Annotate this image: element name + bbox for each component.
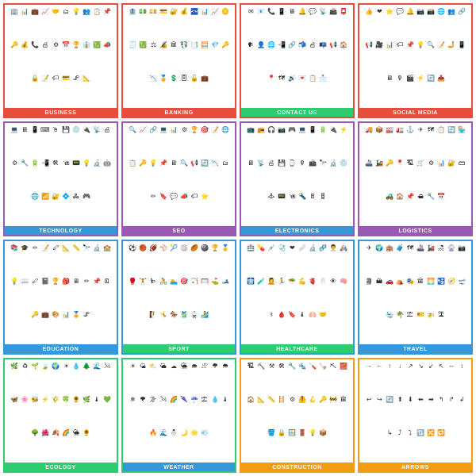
- icon-symbol: 🌿: [10, 362, 19, 371]
- icon-symbol: 🔭: [318, 159, 328, 168]
- icon-symbol: 🖨: [308, 40, 317, 50]
- icon-symbol: 📊: [200, 7, 209, 17]
- icon-symbol: 🗂: [221, 159, 230, 168]
- icon-symbol: 💬: [308, 7, 317, 17]
- icon-symbol: ❤: [374, 7, 384, 17]
- icon-symbol: ⛱: [405, 310, 415, 320]
- icon-symbol: 🖊: [51, 244, 60, 253]
- label-healthcare: HEALTHCARE: [241, 344, 353, 353]
- icon-symbol: 🌺: [40, 428, 50, 438]
- icons-area-electronics: 📺📻🎧📷🎮💻📱🔋🔌⚡🖥📡🖨💾⌚🎙📠🔭🔬💿🕹📟🖲🔦🎚🎛: [241, 123, 353, 226]
- icon-symbol: 📐: [256, 395, 266, 405]
- icon-symbol: 📊: [61, 310, 71, 320]
- icon-symbol: 🌊: [92, 362, 102, 371]
- icons-area-education: 📚🎓✏📝🖊📐📏🔭🔬🏫💡📖🖊📓🏆🎒🖥✏📌🗓🔑💼🎨📊🏅🖇: [5, 241, 117, 344]
- icon-symbol: 🩹: [298, 244, 307, 253]
- icon-symbol: ✏: [30, 244, 40, 253]
- icon-symbol: 🎱: [200, 244, 209, 253]
- icon-symbol: 💠: [61, 192, 71, 202]
- icon-symbol: 📍: [267, 74, 276, 83]
- icon-symbol: 📝: [210, 125, 220, 135]
- icon-symbol: ⛅: [148, 362, 158, 371]
- icon-symbol: 📱: [277, 7, 286, 17]
- label-social: SOCIAL MEDIA: [359, 108, 471, 117]
- icon-symbol: 🚧: [328, 395, 338, 405]
- icon-symbol: 📭: [318, 40, 328, 50]
- icon-symbol: 🌈: [169, 395, 178, 405]
- icon-symbol: 🌪: [138, 395, 148, 405]
- icon-symbol: 📋: [308, 74, 317, 83]
- icon-symbol: 📮: [339, 7, 348, 17]
- icon-symbol: ❤: [287, 244, 297, 253]
- icon-symbol: 🏛: [416, 277, 425, 286]
- icon-symbol: 🔦: [298, 192, 307, 202]
- icons-area-travel: ✈🌍🏨🧳🗺🚢🚂🏖🎡📷🗿🏔🚗⛺🎭🏛🌅🛂🧭🛫🛬🌴⛱🎫🚁🏝: [359, 241, 471, 344]
- icon-symbol: ⛳: [210, 277, 220, 286]
- icon-symbol: 🏨: [385, 244, 394, 253]
- icon-symbol: 💳: [61, 74, 71, 83]
- icons-area-healthcare: 🏥💊💉🩺❤🩹🔬🧬👨‍⚕🚑🩻🧪💆🏃🥗💪🫀🦷👁🧠⚕🩸🔖🌡🫁🤝: [241, 241, 353, 344]
- icon-symbol: 📊: [20, 7, 29, 17]
- icon-symbol: 💡: [308, 428, 317, 438]
- icon-symbol: 🖨: [40, 40, 50, 50]
- icon-symbol: 🌬: [102, 362, 112, 371]
- icon-symbol: 📢: [364, 40, 374, 50]
- icon-symbol: 🦺: [298, 395, 307, 405]
- icon-symbol: 🌲: [82, 362, 91, 371]
- icon-symbol: ☀: [128, 362, 137, 371]
- icon-symbol: 🏠: [246, 395, 255, 405]
- icon-symbol: 💹: [138, 40, 148, 50]
- icon-symbol: ↖: [436, 362, 446, 371]
- icon-symbol: 🔬: [92, 244, 102, 253]
- icon-symbol: ⚖: [148, 40, 158, 50]
- icon-symbol: 📞: [267, 7, 276, 17]
- icon-symbol: 🌐: [221, 125, 230, 135]
- icon-symbol: 🌍: [51, 362, 60, 371]
- icon-symbol: 💻: [159, 125, 168, 135]
- icon-symbol: 🔧: [426, 192, 436, 202]
- icon-symbol: 🤝: [51, 7, 60, 17]
- icon-symbol: ⌚: [287, 159, 297, 168]
- icon-symbol: 📈: [138, 125, 148, 135]
- icon-symbol: 🔩: [298, 362, 307, 371]
- label-banking: BANKING: [123, 108, 235, 117]
- icon-symbol: 🏆: [190, 125, 199, 135]
- icon-symbol: ⚙: [287, 395, 297, 405]
- icon-symbol: 📋: [128, 159, 137, 168]
- icon-symbol: 📡: [318, 7, 328, 17]
- icons-area-arrows: →←↑↓↗↘↙↖↔↕↩↪🔄⬆⬇⬅➡↰↱↲↳⤴⤵🔃🔀🔁: [359, 359, 471, 463]
- icon-symbol: 🗄: [179, 74, 189, 83]
- icon-symbol: 🌈: [61, 428, 71, 438]
- icon-symbol: 🎭: [405, 277, 415, 286]
- icon-symbol: 🏛: [339, 395, 348, 405]
- card-banking: 🏦💵💴💳🔐💰🏧📊📈🪙🧾💹⚖🔏🏛💱📑🧮💎🔑📉🏅💲🗄🔓💼BANKING: [121, 3, 236, 118]
- icon-symbol: 🌤: [138, 362, 148, 371]
- icon-symbol: 🔀: [426, 428, 436, 438]
- icon-symbol: 🎿: [221, 277, 230, 286]
- icon-symbol: 📦: [374, 125, 384, 135]
- icon-symbol: 🌿: [82, 395, 91, 405]
- icon-symbol: 📓: [40, 277, 50, 286]
- icon-symbol: 📦: [318, 428, 328, 438]
- icon-symbol: 🧗: [148, 310, 158, 320]
- icon-symbol: 📟: [277, 192, 286, 202]
- icon-symbol: 🚛: [395, 125, 405, 135]
- icon-symbol: ⛏: [328, 362, 338, 371]
- icon-symbol: 🗃: [457, 159, 466, 168]
- icon-symbol: 🩸: [277, 310, 286, 320]
- icon-symbol: 🍂: [51, 428, 60, 438]
- icon-symbol: 📍: [395, 159, 405, 168]
- icon-symbol: 🔁: [436, 428, 446, 438]
- icon-symbol: 📢: [328, 40, 338, 50]
- icons-area-logistics: 🚚📦🏭🚛⚓✈🗺📋🔄🏪🚢🚂🔑📍🏗🛒⚙📊🔐🗃🚜🏠📌🛳🔧📅: [359, 123, 471, 226]
- icon-symbol: 🌬: [159, 395, 168, 405]
- icon-symbol: 🖥: [20, 125, 29, 135]
- icon-symbol: 📡: [92, 125, 102, 135]
- icon-symbol: 🗣: [246, 40, 255, 50]
- icon-symbol: ↔: [447, 362, 456, 371]
- icon-symbol: 📣: [179, 192, 189, 202]
- icon-symbol: 🌐: [30, 192, 40, 202]
- icon-symbol: 🌐: [267, 40, 276, 50]
- icon-symbol: 🚂: [374, 159, 384, 168]
- icon-symbol: 🖨: [267, 159, 276, 168]
